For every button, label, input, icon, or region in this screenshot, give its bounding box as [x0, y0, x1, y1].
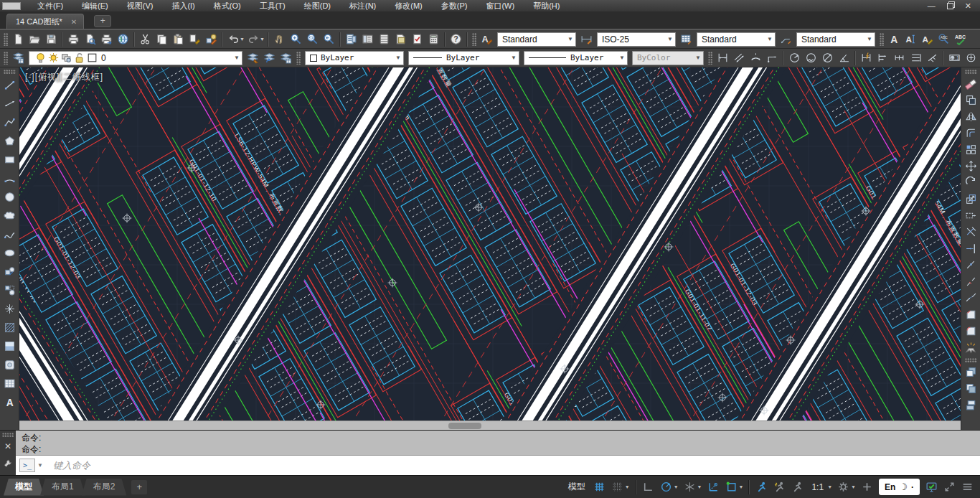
array-icon[interactable] [962, 141, 980, 158]
draw-toolbar-grip[interactable] [4, 70, 16, 74]
chevron-down-icon[interactable]: ▼ [616, 55, 625, 61]
dim-jogged-icon[interactable] [803, 50, 819, 66]
block-editor-icon[interactable] [203, 32, 220, 47]
break-at-point-icon[interactable] [962, 257, 980, 273]
paste-icon[interactable] [170, 32, 187, 47]
table-style-icon[interactable] [678, 32, 694, 47]
menu-item-8[interactable]: 修改(M) [385, 1, 432, 11]
toolbar-grip[interactable] [880, 33, 884, 46]
chamfer-icon[interactable] [962, 306, 980, 323]
arc-icon[interactable] [1, 169, 19, 187]
isometric-drafting-dropdown-icon[interactable]: ▼ [697, 484, 702, 489]
dim-arc-length-icon[interactable] [748, 50, 764, 66]
viewport-controls-label[interactable]: [-][俯视][二维线框] [25, 71, 103, 83]
polygon-icon[interactable] [1, 131, 19, 150]
multiline-text-icon[interactable]: A [1, 393, 19, 411]
snap-mode-dropdown-icon[interactable]: ▼ [625, 484, 630, 489]
mtext-tool-icon[interactable]: A [886, 32, 903, 47]
stretch-icon[interactable] [962, 207, 980, 224]
ortho-mode-icon[interactable] [639, 478, 657, 496]
annotation-autoscale-icon[interactable] [771, 478, 788, 496]
properties-palette-icon[interactable] [343, 32, 359, 47]
plot-icon[interactable] [65, 32, 82, 47]
spell-check-icon[interactable]: ABC [952, 32, 969, 47]
dim-style-icon[interactable] [578, 32, 595, 47]
clean-screen-icon[interactable] [941, 478, 958, 496]
menu-item-6[interactable]: 绘图(D) [295, 1, 340, 11]
undo-dropdown-icon[interactable]: ▼ [240, 37, 245, 42]
tool-palettes-icon[interactable] [376, 32, 392, 47]
move-icon[interactable] [962, 158, 980, 174]
quick-dim-icon[interactable] [858, 50, 875, 66]
ime-indicator[interactable]: En☽· [879, 479, 920, 495]
center-mark-icon[interactable] [963, 50, 979, 66]
sheet-set-manager-icon[interactable] [392, 32, 409, 47]
hatch-icon[interactable] [1, 318, 19, 337]
table-style-select[interactable]: Standard▼ [697, 32, 776, 47]
command-input-row[interactable]: >_ ▼ 键入命令 [16, 455, 980, 475]
command-panel-grip[interactable] [2, 433, 14, 437]
layer-vp-freeze-icon[interactable] [60, 52, 72, 65]
chevron-down-icon[interactable]: ▼ [507, 55, 517, 61]
copy-icon[interactable] [962, 92, 980, 108]
close-button[interactable]: ✕ [965, 2, 971, 10]
chevron-down-icon[interactable]: ▼ [564, 36, 573, 42]
line-icon[interactable] [1, 75, 19, 94]
spline-icon[interactable] [1, 225, 19, 243]
ellipse-icon[interactable] [1, 243, 19, 262]
layer-thaw-icon[interactable] [47, 52, 60, 65]
command-history[interactable]: 命令: 命令: [16, 431, 980, 455]
polar-tracking-dropdown-icon[interactable]: ▼ [674, 484, 679, 489]
chevron-down-icon[interactable]: ▼ [664, 36, 673, 42]
dim-radius-icon[interactable] [786, 50, 803, 66]
insert-block-icon[interactable] [1, 262, 19, 281]
dim-diameter-icon[interactable] [819, 50, 836, 66]
settings-gear-dropdown-icon[interactable]: ▼ [851, 484, 856, 489]
chevron-down-icon[interactable]: ▼ [230, 55, 240, 61]
settings-gear-icon[interactable] [834, 478, 852, 496]
command-prompt-icon[interactable]: >_ [19, 459, 35, 472]
toolbar-grip[interactable] [472, 33, 476, 46]
dim-baseline-icon[interactable] [875, 50, 891, 66]
layout-tab-布局2[interactable]: 布局2 [82, 479, 127, 496]
layer-properties-icon[interactable] [10, 50, 27, 66]
zoom-window-icon[interactable] [304, 32, 321, 47]
menu-item-0[interactable]: 文件(F) [28, 1, 72, 11]
revision-cloud-icon[interactable] [1, 206, 19, 225]
command-dropdown-icon[interactable]: ▼ [37, 462, 43, 469]
chevron-down-icon[interactable]: ▼ [692, 55, 701, 61]
restore-down-button[interactable] [947, 3, 953, 9]
app-icon[interactable] [2, 2, 21, 10]
command-settings-wrench-icon[interactable] [3, 459, 13, 471]
open-icon[interactable] [27, 32, 43, 47]
toolbar-grip[interactable] [4, 52, 8, 65]
dim-continue-icon[interactable] [891, 50, 908, 66]
copy-clipboard-icon[interactable] [154, 32, 170, 47]
chevron-down-icon[interactable]: ▼ [863, 36, 872, 42]
lineweight-select[interactable]: ByLayer▼ [524, 51, 628, 65]
annotation-scale-value-button[interactable]: 1:1 [806, 482, 829, 492]
toolbar-grip[interactable] [296, 52, 301, 65]
object-snap-dropdown-icon[interactable]: ▼ [739, 484, 744, 489]
tab-close-icon[interactable]: ✕ [71, 18, 77, 26]
command-input-placeholder[interactable]: 键入命令 [53, 459, 90, 472]
layer-previous-icon[interactable] [261, 50, 278, 66]
scale-icon[interactable] [962, 191, 980, 207]
draworder-toolbar-grip[interactable] [965, 358, 977, 362]
command-panel-close-icon[interactable]: ✕ [4, 441, 11, 451]
dim-aligned-icon[interactable] [731, 50, 748, 66]
erase-icon[interactable] [962, 75, 980, 92]
menu-item-3[interactable]: 插入(I) [162, 1, 204, 11]
quick-calculator-icon[interactable] [425, 32, 442, 47]
save-icon[interactable] [43, 32, 60, 47]
menu-item-7[interactable]: 标注(N) [340, 1, 385, 11]
color-select[interactable]: ByLayer▼ [305, 51, 404, 65]
gradient-icon[interactable] [1, 337, 19, 355]
object-snap-tracking-icon[interactable] [705, 478, 722, 496]
publish-web-icon[interactable] [115, 32, 131, 47]
mleader-style-select[interactable]: Standard▼ [796, 32, 875, 47]
ime-dot-icon[interactable]: · [911, 482, 914, 492]
menu-item-2[interactable]: 视图(V) [118, 1, 163, 11]
break-icon[interactable] [962, 273, 980, 290]
menu-item-5[interactable]: 工具(T) [250, 1, 295, 11]
